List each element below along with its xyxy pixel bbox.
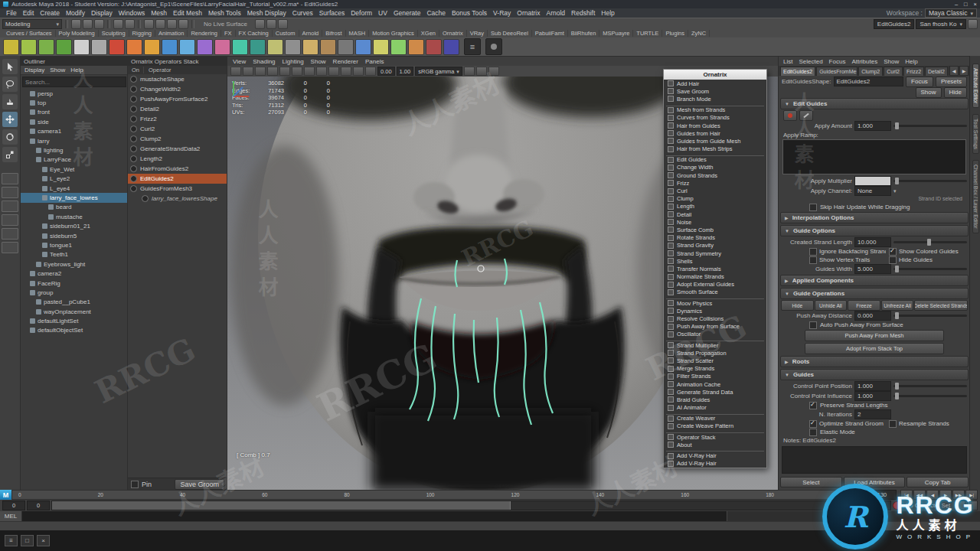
section-guide-options[interactable]: Guide Options xyxy=(780,225,969,236)
control-point-influence-slider[interactable] xyxy=(893,395,967,397)
ornatrix-menu-item[interactable]: Add V-Ray Hair xyxy=(664,460,766,468)
layout-four-pane-button[interactable] xyxy=(2,187,18,198)
camera-attributes-icon[interactable] xyxy=(255,67,266,76)
outliner-item[interactable]: sideburn01_21 xyxy=(21,221,128,230)
shelf-tab[interactable]: Sub DeeoReel xyxy=(488,30,532,37)
ornatrix-menu-item[interactable]: Rotate Strands xyxy=(664,234,766,242)
created-strand-length-field[interactable]: 10.000 xyxy=(854,237,891,247)
ornatrix-menu-item[interactable]: Add V-Ray Hair xyxy=(664,452,766,459)
menu-item[interactable]: Display xyxy=(88,9,116,17)
menu-item[interactable]: Mesh Display xyxy=(244,9,289,17)
ornatrix-menu-item[interactable]: Mesh from Strands xyxy=(664,106,766,114)
ornatrix-menu-item[interactable]: Merge Strands xyxy=(664,365,766,373)
shelf-tab[interactable]: Rendering xyxy=(188,30,221,37)
command-input[interactable] xyxy=(22,511,727,521)
operator-enabled-toggle[interactable] xyxy=(130,165,137,172)
operator-enabled-toggle[interactable] xyxy=(130,145,137,152)
minimized-window-restore-icon[interactable]: □ xyxy=(21,535,34,546)
menu-set-selector[interactable]: Modeling xyxy=(2,19,62,29)
operator-item[interactable]: Curl2 xyxy=(128,124,227,134)
attribute-editor-tab[interactable]: Attribute Editor xyxy=(972,64,979,108)
shelf-tool-icon[interactable] xyxy=(126,39,142,55)
textured-icon[interactable] xyxy=(341,67,351,76)
apply-amount-field[interactable]: 1.000 xyxy=(854,121,891,131)
save-scene-icon[interactable] xyxy=(94,19,104,29)
open-scene-icon[interactable] xyxy=(83,19,93,29)
ornatrix-menu-item[interactable]: Add Hair xyxy=(664,80,766,87)
render-icon[interactable] xyxy=(266,19,276,29)
shelf-tab[interactable]: Curves / Surfaces xyxy=(3,30,56,37)
shelf-tab[interactable]: Plugins xyxy=(662,30,688,37)
minimize-icon[interactable]: – xyxy=(955,1,958,8)
section-interpolation-options[interactable]: Interpolation Options xyxy=(780,212,969,223)
outliner-item[interactable]: L_eye2 xyxy=(21,174,128,184)
push-away-distance-field[interactable]: 0.000 xyxy=(854,311,891,321)
menu-item[interactable]: Ornatrix xyxy=(514,9,543,17)
tab-scroll-right-icon[interactable]: ▶ xyxy=(959,66,969,76)
show-colored-guides-checkbox[interactable] xyxy=(889,248,897,256)
shelf-tab[interactable]: FX Caching xyxy=(236,30,273,37)
ae-tab[interactable]: Frizz2 xyxy=(903,67,924,76)
outliner-menu-item[interactable]: Show xyxy=(50,67,65,73)
hide-strands-button[interactable]: Hide xyxy=(781,300,814,311)
outliner-item[interactable]: L_eye4 xyxy=(21,184,128,193)
ornatrix-menu-item[interactable]: Hair from Mesh Strips xyxy=(664,145,766,153)
record-mode-button[interactable] xyxy=(783,110,797,121)
shelf-tool-icon[interactable] xyxy=(408,39,424,55)
shelf-tab[interactable]: Bifrost xyxy=(322,30,345,37)
operator-enabled-toggle[interactable] xyxy=(130,76,137,83)
ornatrix-menu-item[interactable]: Guides from Guide Mesh xyxy=(664,137,766,145)
apply-amount-slider[interactable] xyxy=(893,125,967,127)
shelf-tool-icon[interactable] xyxy=(56,39,72,55)
channel-box-tab[interactable]: Channel Box / Layer Editor xyxy=(972,160,979,233)
menu-item[interactable]: Edit Mesh xyxy=(170,9,205,17)
ornatrix-menu-item[interactable]: Strand Symmetry xyxy=(664,249,766,257)
menu-item[interactable]: Surfaces xyxy=(316,9,348,17)
control-point-position-field[interactable]: 1.000 xyxy=(854,381,891,391)
operator-enabled-toggle[interactable] xyxy=(130,185,137,192)
outliner-item[interactable]: top xyxy=(21,98,128,107)
shelf-tab[interactable]: VRay xyxy=(467,30,488,37)
minimized-window-menu-icon[interactable]: ≡ xyxy=(5,535,18,546)
operator-item[interactable]: larry_face_lowresShape xyxy=(128,194,227,204)
ornatrix-menu-item[interactable]: Push Away from Surface xyxy=(664,323,766,331)
ornatrix-menu-item[interactable]: Hair from Guides xyxy=(664,122,766,129)
outliner-item[interactable]: defaultObjectSet xyxy=(21,326,128,335)
ornatrix-menu-item[interactable]: Adopt External Guides xyxy=(664,281,766,289)
apply-channel-dropdown[interactable]: None xyxy=(854,186,891,196)
wireframe-icon[interactable] xyxy=(316,67,327,76)
shaded-icon[interactable] xyxy=(328,67,339,76)
outliner-item[interactable]: Teeth1 xyxy=(21,250,128,259)
shelf-tool-icon[interactable] xyxy=(144,39,160,55)
shelf-tab[interactable]: TURTLE xyxy=(633,30,662,37)
ornatrix-menu-item[interactable]: Strand Propagation xyxy=(664,349,766,357)
ornatrix-menu-item[interactable]: Change Width xyxy=(664,164,766,171)
outliner-item[interactable]: larry xyxy=(21,136,128,145)
menu-item[interactable]: Mesh xyxy=(148,9,170,17)
shelf-tool-icon[interactable] xyxy=(250,39,266,55)
shelf-tool-icon[interactable] xyxy=(214,39,230,55)
layout-persp-outliner-button[interactable] xyxy=(2,201,18,212)
ornatrix-menu-item[interactable]: Guides from Hair xyxy=(664,129,766,137)
shelf-tab[interactable]: Ornatrix xyxy=(439,30,467,37)
shadows-icon[interactable] xyxy=(365,67,376,76)
ignore-backfacing-checkbox[interactable] xyxy=(809,248,817,256)
shelf-tool-icon[interactable] xyxy=(355,39,371,55)
timeline-track[interactable]: 020406080100120140160180200 xyxy=(11,490,866,500)
shelf-tool-icon[interactable] xyxy=(197,39,213,55)
section-roots[interactable]: Roots xyxy=(780,356,969,367)
image-plane-icon[interactable] xyxy=(279,67,290,76)
ornatrix-menu-item[interactable]: Dynamics xyxy=(664,307,766,315)
shelf-tool-icon[interactable] xyxy=(285,39,301,55)
menu-item[interactable]: Mesh Tools xyxy=(205,9,244,17)
shelf-tool-icon[interactable] xyxy=(162,39,178,55)
operator-item[interactable]: EditGuides2 xyxy=(128,174,227,184)
tab-scroll-left-icon[interactable]: ◀ xyxy=(949,66,959,76)
range-slider-handle[interactable] xyxy=(52,501,511,510)
select-tool-icon[interactable] xyxy=(2,59,18,74)
ornatrix-menu-item[interactable]: Surface Comb xyxy=(664,226,766,233)
shelf-tab[interactable]: MASH xyxy=(346,30,370,37)
shelf-tool-icon[interactable] xyxy=(232,39,248,55)
viewport-menu-item[interactable]: Shading xyxy=(253,58,275,65)
shelf-tool-icon[interactable] xyxy=(179,39,195,55)
